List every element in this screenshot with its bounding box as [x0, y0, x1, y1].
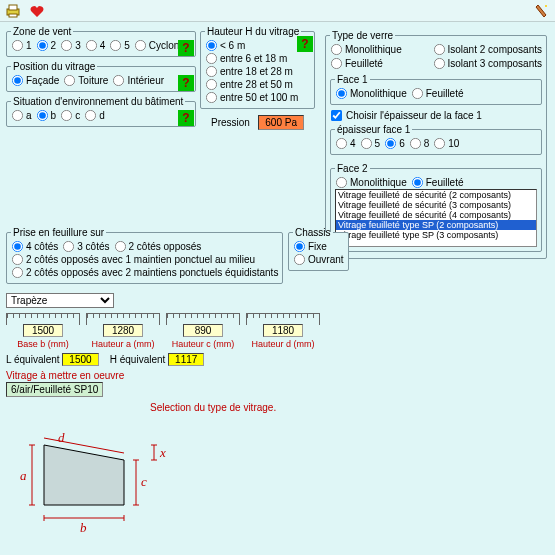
epaisseur-option[interactable]: 5	[360, 137, 381, 150]
hauteur-option[interactable]: entre 6 et 18 m	[205, 52, 310, 65]
face2-list-item[interactable]: Vitrage feuilleté type SP (2 composants)	[336, 220, 536, 230]
pression-label: Pression	[211, 117, 250, 128]
chassis-option[interactable]: Ouvrant	[293, 253, 344, 266]
heart-icon	[29, 4, 45, 18]
zone-vent-option[interactable]: 4	[85, 39, 106, 52]
face2-list-item[interactable]: Vitrage feuilleté de sécurité (2 composa…	[336, 190, 536, 200]
dimension-value[interactable]: 890	[166, 325, 240, 337]
selection-message: Selection du type de vitrage.	[150, 402, 276, 413]
l-equiv-value: 1500	[62, 353, 98, 366]
hauteur-option[interactable]: entre 18 et 28 m	[205, 65, 310, 78]
svg-rect-2	[9, 14, 17, 17]
zone-vent-legend: Zone de vent	[11, 26, 73, 37]
face2-option[interactable]: Feuilleté	[411, 176, 464, 189]
face1-option[interactable]: Monolithique	[335, 87, 407, 100]
type-verre-group: Type de verre MonolithiqueIsolant 2 comp…	[325, 30, 547, 259]
type-verre-option[interactable]: Isolant 2 composants	[433, 43, 543, 56]
prise-option[interactable]: 4 côtés	[11, 240, 58, 253]
hauteur-option[interactable]: entre 50 et 100 m	[205, 91, 310, 104]
face1-option[interactable]: Feuilleté	[411, 87, 464, 100]
diagram-label-a: a	[20, 468, 27, 483]
equiv-row: L équivalent 1500 H équivalent 1117	[6, 353, 204, 366]
epaisseur-option[interactable]: 4	[335, 137, 356, 150]
situation-legend: Situation d'environnement du bâtiment	[11, 96, 185, 107]
diagram-label-c: c	[141, 474, 147, 489]
shape-select[interactable]: Trapèze	[6, 293, 114, 308]
wizard-icon	[535, 3, 549, 19]
dimension-ruler[interactable]	[86, 313, 160, 325]
choisir-epaisseur-checkbox[interactable]: Choisir l'épaisseur de la face 1	[330, 109, 542, 122]
position-option[interactable]: Façade	[11, 74, 59, 87]
prise-option[interactable]: 2 côtés opposés avec 2 maintiens ponctue…	[11, 266, 278, 279]
help-situation[interactable]: ?	[178, 110, 194, 126]
prise-option[interactable]: 3 côtés	[62, 240, 109, 253]
vitrage-title: Vitrage à mettre en oeuvre	[6, 370, 124, 381]
face2-option[interactable]: Monolithique	[335, 176, 407, 189]
type-verre-option[interactable]: Isolant 3 composants	[433, 57, 543, 70]
hauteur-option[interactable]: < 6 m	[205, 39, 310, 52]
zone-vent-option[interactable]: 5	[109, 39, 130, 52]
help-hauteur[interactable]: ?	[297, 36, 313, 52]
favorite-button[interactable]	[28, 2, 46, 20]
zone-vent-option[interactable]: 1	[11, 39, 32, 52]
type-verre-option[interactable]: Feuilleté	[330, 57, 429, 70]
vitrage-result: 6/air/Feuilleté SP10	[6, 382, 103, 397]
help-zone-vent[interactable]: ?	[178, 40, 194, 56]
face2-legend: Face 2	[335, 163, 370, 174]
situation-option[interactable]: c	[60, 109, 80, 122]
position-option[interactable]: Intérieur	[112, 74, 164, 87]
face2-list-item[interactable]: Vitrage feuilleté de sécurité (4 composa…	[336, 210, 536, 220]
face2-listbox[interactable]: Vitrage feuilleté de sécurité (2 composa…	[335, 189, 537, 247]
help-position[interactable]: ?	[178, 75, 194, 91]
hauteur-legend: Hauteur H du vitrage	[205, 26, 301, 37]
zone-vent-option[interactable]: 3	[60, 39, 81, 52]
trapezoid-diagram: a d c x b	[14, 430, 174, 542]
prise-option[interactable]: 2 côtés opposés avec 1 maintien ponctuel…	[11, 253, 278, 266]
dimension-column: 890Hauteur c (mm)	[166, 313, 240, 349]
h-equiv-value: 1117	[168, 353, 204, 366]
situation-option[interactable]: b	[36, 109, 57, 122]
dimension-column: 1280Hauteur a (mm)	[86, 313, 160, 349]
chassis-option[interactable]: Fixe	[293, 240, 344, 253]
dimension-value[interactable]: 1180	[246, 325, 320, 337]
dimension-value[interactable]: 1280	[86, 325, 160, 337]
zone-vent-option[interactable]: 2	[36, 39, 57, 52]
chassis-legend: Chassis	[293, 227, 333, 238]
choisir-epaisseur-label: Choisir l'épaisseur de la face 1	[346, 110, 482, 121]
epaisseur-option[interactable]: 6	[384, 137, 405, 150]
prise-option[interactable]: 2 côtés opposés	[114, 240, 202, 253]
face2-group: Face 2 MonolithiqueFeuilleté Vitrage feu…	[330, 163, 542, 252]
type-verre-option[interactable]: Monolithique	[330, 43, 429, 56]
position-option[interactable]: Toiture	[63, 74, 108, 87]
wizard-button[interactable]	[533, 2, 551, 20]
dimension-value[interactable]: 1500	[6, 325, 80, 337]
situation-group: Situation d'environnement du bâtiment ab…	[6, 96, 196, 127]
svg-rect-1	[9, 5, 17, 10]
situation-option[interactable]: d	[84, 109, 105, 122]
hauteur-option[interactable]: entre 28 et 50 m	[205, 78, 310, 91]
prise-legend: Prise en feuillure sur	[11, 227, 106, 238]
diagram-label-x: x	[159, 445, 166, 460]
printer-icon	[5, 4, 21, 18]
toolbar	[0, 0, 555, 22]
type-verre-legend: Type de verre	[330, 30, 395, 41]
epaisseur-group: épaisseur face 1 456810	[330, 124, 542, 155]
svg-point-3	[545, 5, 547, 7]
face2-list-item[interactable]: Vitrage feuilleté de sécurité (3 composa…	[336, 200, 536, 210]
position-legend: Position du vitrage	[11, 61, 97, 72]
diagram-label-d: d	[58, 430, 65, 445]
pression-value: 600 Pa	[258, 115, 304, 130]
epaisseur-legend: épaisseur face 1	[335, 124, 412, 135]
print-button[interactable]	[4, 2, 22, 20]
dimension-ruler[interactable]	[166, 313, 240, 325]
epaisseur-option[interactable]: 8	[409, 137, 430, 150]
situation-option[interactable]: a	[11, 109, 32, 122]
chassis-group: Chassis FixeOuvrant	[288, 227, 349, 271]
dimension-ruler[interactable]	[246, 313, 320, 325]
dimension-label: Hauteur c (mm)	[166, 339, 240, 349]
diagram-label-b: b	[80, 520, 87, 535]
dimension-ruler[interactable]	[6, 313, 80, 325]
epaisseur-option[interactable]: 10	[433, 137, 459, 150]
face2-list-item[interactable]: Vitrage feuilleté type SP (3 composants)	[336, 230, 536, 240]
h-equiv-label: H équivalent	[110, 354, 166, 365]
